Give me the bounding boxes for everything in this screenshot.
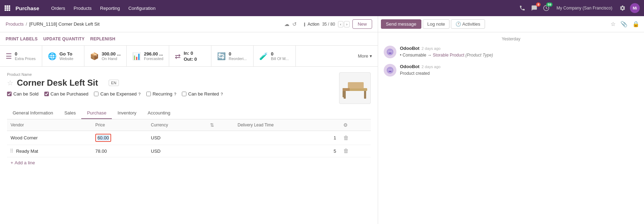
svg-point-12 (304, 25, 305, 26)
odoobot-avatar-2 (384, 64, 396, 77)
breadcrumb-current: [FURN_1118] Corner Desk Left Sit (29, 21, 100, 27)
settings-icon[interactable] (618, 4, 627, 13)
svg-point-11 (304, 24, 305, 25)
stat-on-hand[interactable]: 📦 300.00 ... On Hand (84, 46, 127, 66)
log-note-btn[interactable]: Log note (423, 19, 450, 29)
chat-time-1: 2 days ago (422, 46, 441, 51)
favorite-star[interactable]: ☆ (7, 79, 13, 87)
action-btn[interactable]: Action (302, 22, 319, 27)
right-panel-header: Send message Log note 🕐 Activities ☆ 📎 🔒 (378, 16, 644, 32)
price-value[interactable]: 60.00 (97, 135, 109, 140)
stat-extra-prices[interactable]: ☰ 0 Extra Prices (0, 46, 42, 66)
product-image[interactable] (339, 72, 371, 104)
top-nav: Purchase Orders Products Reporting Confi… (0, 0, 644, 16)
app-name[interactable]: Purchase (15, 5, 39, 11)
update-quantity-btn[interactable]: UPDATE QUANTITY (43, 37, 85, 41)
table-config-icon[interactable]: ⚙ (343, 122, 348, 128)
more-btn[interactable]: More ▾ (352, 46, 378, 66)
reorder-icon: 🔄 (217, 52, 226, 60)
vendor-name-cell[interactable]: Wood Corner (7, 131, 92, 145)
delete-cell-2[interactable]: 🗑 (340, 145, 371, 157)
chat-item-2: OdooBot 2 days ago Product created (384, 64, 638, 77)
stat-bom[interactable]: 🧪 0 Bill Of M... (254, 46, 296, 66)
bom-label: Bill Of M... (271, 57, 289, 61)
col-config-icon[interactable]: ⇅ (210, 122, 214, 128)
currency-cell[interactable]: USD (147, 131, 206, 145)
can-be-sold-checkbox[interactable]: Can be Sold (7, 91, 39, 97)
stat-go-to-website[interactable]: 🌐 Go To Website (42, 46, 84, 66)
delete-cell[interactable]: 🗑 (340, 131, 371, 145)
can-be-rented-checkbox[interactable]: Can be Rented ? (182, 91, 223, 97)
refresh-icon[interactable]: ↺ (292, 21, 297, 27)
breadcrumb-sep: / (26, 21, 27, 27)
sort-handle-icon[interactable]: ⠿ (10, 148, 13, 154)
svg-rect-7 (7, 9, 8, 11)
tab-sales[interactable]: Sales (59, 107, 82, 119)
actions-col-header: ⚙ (340, 119, 371, 131)
tab-inventory[interactable]: Inventory (112, 107, 142, 119)
price-cell[interactable]: 60.00 (92, 131, 147, 145)
bom-icon: 🧪 (259, 52, 268, 60)
stat-in-out[interactable]: ⇄ In: 0 Out: 0 (169, 46, 211, 66)
tab-accounting[interactable]: Accounting (142, 107, 176, 119)
forecasted-label: Forecasted (144, 57, 163, 61)
paperclip-icon[interactable]: 📎 (619, 20, 629, 28)
print-labels-btn[interactable]: PRINT LABELS (6, 37, 38, 41)
tab-general-info[interactable]: General Information (7, 107, 59, 119)
sub-nav: PRINT LABELS UPDATE QUANTITY REPLENISH (0, 32, 378, 46)
price-cell-2[interactable]: 78.00 (92, 145, 147, 157)
stat-reorder[interactable]: 🔄 0 Reorderi... (211, 46, 254, 66)
to-value[interactable]: Storable Product (433, 53, 464, 58)
product-name[interactable]: Corner Desk Left Sit (17, 78, 98, 88)
phone-icon[interactable] (518, 4, 527, 13)
user-avatar[interactable]: Mi (630, 3, 640, 13)
stat-forecasted[interactable]: 📊 296.00 ... Forecasted (127, 46, 169, 66)
nav-configuration[interactable]: Configuration (125, 4, 159, 13)
record-position: 35 / 80 (322, 22, 335, 27)
replenish-btn[interactable]: REPLENISH (90, 37, 115, 41)
from-value: Consumable (403, 53, 426, 58)
activities-btn[interactable]: 🕐 Activities (451, 19, 485, 29)
nav-orders[interactable]: Orders (48, 4, 69, 13)
plus-icon: + (11, 160, 13, 165)
clock-icon[interactable]: 59 (542, 4, 551, 13)
delivery-cell-2[interactable]: 5 (234, 145, 339, 157)
messages-icon[interactable]: 8 (530, 4, 539, 13)
company-name[interactable]: My Company (San Francisco) (556, 6, 612, 11)
chat-text-2: Product created (400, 71, 430, 76)
tabs-row: General Information Sales Purchase Inven… (7, 107, 371, 119)
day-label: Yesterday (384, 37, 638, 41)
delete-row-btn[interactable]: 🗑 (343, 135, 349, 141)
cloud-icon[interactable]: ☁ (284, 21, 289, 27)
new-record-btn[interactable]: New (352, 19, 372, 29)
language-badge[interactable]: EN (109, 80, 119, 86)
clock-small-icon: 🕐 (455, 21, 461, 27)
app-grid-icon[interactable] (4, 5, 11, 11)
odoobot-avatar-1 (384, 46, 396, 58)
delete-row-btn-2[interactable]: 🗑 (343, 148, 349, 154)
chat-body-2: Product created (400, 70, 638, 77)
svg-point-19 (387, 48, 394, 55)
nav-reporting[interactable]: Reporting (97, 4, 123, 13)
svg-rect-3 (5, 7, 6, 9)
delivery-cell[interactable]: 1 (234, 131, 339, 145)
currency-cell-2[interactable]: USD (147, 145, 206, 157)
next-record-btn[interactable]: › (344, 21, 350, 27)
reorder-label: Reorderi... (229, 57, 247, 61)
tab-purchase[interactable]: Purchase (81, 107, 112, 119)
can-be-expensed-checkbox[interactable]: Can be Expensed ? (94, 91, 140, 97)
arrow-icon: → (427, 53, 433, 58)
nav-products[interactable]: Products (70, 4, 95, 13)
out-value: Out: 0 (184, 57, 197, 62)
lock-icon[interactable]: 🔒 (631, 20, 641, 28)
can-be-purchased-checkbox[interactable]: Can be Purchased (44, 91, 89, 97)
prev-record-btn[interactable]: ‹ (338, 21, 344, 27)
recurring-checkbox[interactable]: Recurring ? (146, 91, 176, 97)
add-line-btn[interactable]: + Add a line (7, 157, 38, 168)
svg-rect-6 (5, 9, 6, 11)
box-icon: 📦 (90, 52, 99, 60)
send-message-btn[interactable]: Send message (381, 19, 421, 29)
breadcrumb-parent[interactable]: Products (6, 21, 24, 27)
sort-col-header[interactable]: ⇅ (206, 119, 234, 131)
star-action-icon[interactable]: ☆ (609, 20, 617, 28)
